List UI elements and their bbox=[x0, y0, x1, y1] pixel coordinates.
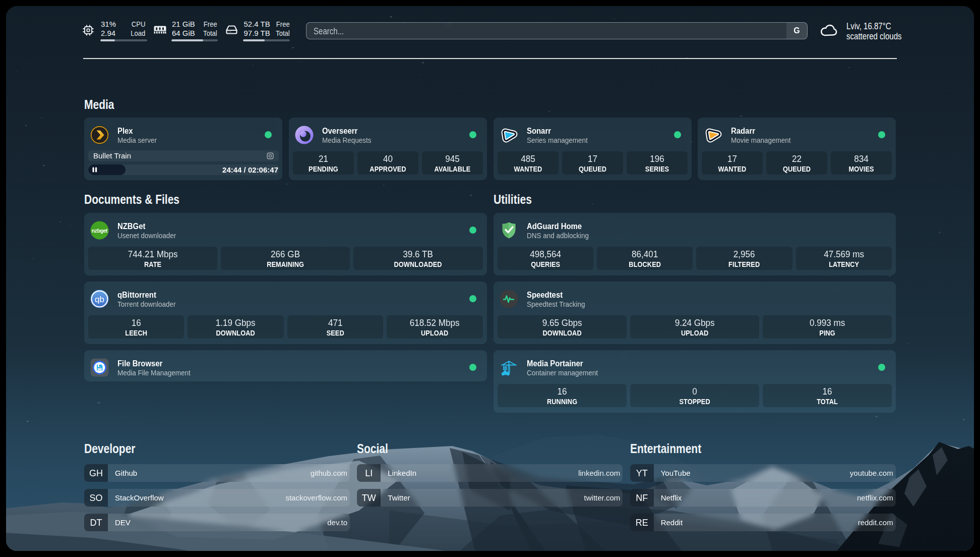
svg-text:nzbget: nzbget bbox=[92, 228, 108, 234]
svg-text:qb: qb bbox=[95, 295, 104, 304]
